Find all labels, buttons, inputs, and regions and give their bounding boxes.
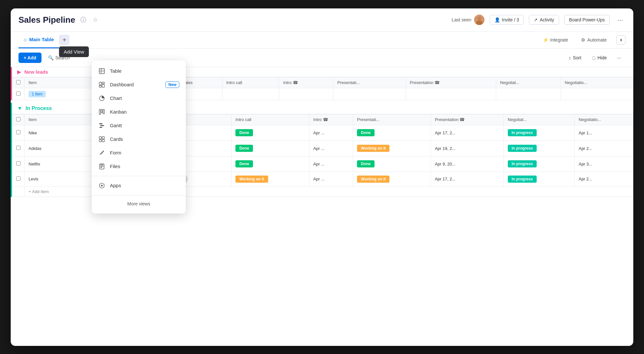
more-toolbar-button[interactable]: ··· bbox=[613, 53, 626, 63]
td-intro-phone-netflix: Apr ... bbox=[309, 156, 353, 172]
td-negotiat-nike: In progress bbox=[504, 125, 575, 140]
menu-item-apps[interactable]: Apps bbox=[92, 179, 186, 192]
board-power-ups-button[interactable]: Board Power-Ups bbox=[564, 15, 610, 25]
td-negotiatio bbox=[561, 88, 633, 100]
menu-item-form[interactable]: Form bbox=[92, 146, 186, 160]
menu-item-dashboard[interactable]: Dashboard New bbox=[92, 78, 186, 92]
td-intro-call-netflix: Done bbox=[232, 156, 309, 172]
table-icon bbox=[98, 67, 105, 75]
cards-label: Cards bbox=[110, 136, 123, 142]
td-negotiatio-netflix: Apr 3... bbox=[575, 156, 633, 172]
td-negotiat-levis: In progress bbox=[504, 172, 575, 186]
status-badge-adidas-2: Working on it bbox=[357, 145, 389, 152]
info-icon[interactable]: ⓘ bbox=[79, 15, 88, 25]
menu-divider bbox=[92, 176, 186, 176]
row-checkbox[interactable] bbox=[16, 92, 20, 96]
td-negotiatio-nike: Apr 1... bbox=[575, 125, 633, 140]
td-checkbox-adidas bbox=[12, 140, 25, 156]
dashboard-label: Dashboard bbox=[110, 82, 134, 87]
sort-button[interactable]: ↕ Sort bbox=[564, 53, 586, 63]
th-checkbox bbox=[12, 77, 25, 88]
svg-point-1 bbox=[477, 17, 481, 20]
menu-item-table[interactable]: Table bbox=[92, 64, 186, 78]
td-intro-phone-adidas: Apr ... bbox=[309, 140, 353, 156]
svg-rect-28 bbox=[100, 125, 104, 126]
files-icon bbox=[98, 163, 105, 170]
kanban-icon bbox=[98, 108, 105, 116]
header: Sales Pipeline ⓘ ☆ Last seen 👤 Invite / … bbox=[11, 8, 633, 32]
td-presentation-phone bbox=[406, 88, 496, 100]
status-badge-netflix: Done bbox=[235, 160, 253, 167]
invite-icon: 👤 bbox=[495, 17, 500, 22]
menu-item-gantt[interactable]: Gantt bbox=[92, 119, 186, 132]
hide-button[interactable]: ◌ Hide bbox=[587, 53, 612, 63]
invite-button[interactable]: 👤 Invite / 3 bbox=[490, 15, 524, 25]
more-views-button[interactable]: More views bbox=[92, 198, 186, 210]
svg-rect-38 bbox=[100, 167, 102, 168]
svg-rect-24 bbox=[99, 109, 101, 115]
item-count-badge: 1 Item bbox=[29, 91, 46, 97]
automate-button[interactable]: ⚙ Automate bbox=[578, 35, 610, 44]
status-badge-2: Done bbox=[357, 129, 375, 136]
menu-item-cards[interactable]: Cards bbox=[92, 132, 186, 146]
td-checkbox-netflix bbox=[12, 156, 25, 172]
add-view-button[interactable]: + bbox=[59, 35, 69, 45]
td-intro-phone-levis: Apr ... bbox=[309, 172, 353, 186]
adidas-checkbox[interactable] bbox=[16, 146, 20, 150]
svg-point-40 bbox=[101, 185, 103, 186]
menu-item-chart[interactable]: Chart bbox=[92, 92, 186, 105]
status-badge-adidas: Done bbox=[235, 145, 253, 152]
gantt-label: Gantt bbox=[110, 123, 122, 128]
dashboard-icon bbox=[98, 81, 105, 88]
gantt-icon bbox=[98, 122, 105, 129]
td-checkbox bbox=[12, 88, 25, 100]
td-presentati-levis: Working on it bbox=[353, 172, 431, 186]
td-negotiat-netflix: In progress bbox=[504, 156, 575, 172]
app-window: Sales Pipeline ⓘ ☆ Last seen 👤 Invite / … bbox=[11, 8, 633, 346]
add-button[interactable]: + Add bbox=[18, 53, 42, 63]
chart-label: Chart bbox=[110, 95, 122, 101]
menu-item-kanban[interactable]: Kanban bbox=[92, 105, 186, 119]
negotiat-badge: In progress bbox=[508, 129, 537, 136]
tab-main-table[interactable]: ⌂ Main Table bbox=[18, 31, 59, 48]
th-negotiatio: Negotiatio... bbox=[561, 77, 633, 88]
svg-rect-19 bbox=[99, 82, 101, 85]
th-intro-call-2: Intro call bbox=[232, 114, 309, 125]
activity-button[interactable]: ↗ Activity bbox=[529, 15, 559, 25]
table-label: Table bbox=[110, 68, 122, 74]
svg-rect-32 bbox=[99, 140, 101, 142]
td-presentation-phone-netflix: Apr 9, 20... bbox=[431, 156, 504, 172]
svg-rect-33 bbox=[102, 140, 104, 142]
td-negotiat bbox=[496, 88, 561, 100]
tabs-left: ⌂ Main Table + Add View bbox=[18, 31, 69, 48]
apps-label: Apps bbox=[110, 183, 121, 188]
status-badge-levis: Working on it bbox=[235, 176, 268, 183]
td-intro-call-nike: Done bbox=[232, 125, 309, 140]
svg-rect-37 bbox=[100, 166, 103, 166]
chevron-right-icon: ▶ bbox=[17, 69, 21, 75]
integrate-button[interactable]: ⚡ Integrate bbox=[540, 35, 571, 44]
td-presentation-phone-levis: Apr 17, 2... bbox=[431, 172, 504, 186]
td-intro-phone-nike: Apr ... bbox=[309, 125, 353, 140]
star-icon[interactable]: ☆ bbox=[91, 15, 99, 25]
collapse-button[interactable]: ∧ bbox=[616, 35, 626, 44]
negotiat-badge-levis: In progress bbox=[508, 176, 537, 183]
svg-rect-15 bbox=[99, 68, 104, 74]
app-title: Sales Pipeline bbox=[18, 15, 75, 25]
td-presentation-phone-adidas: Apr 19, 2... bbox=[431, 140, 504, 156]
svg-rect-25 bbox=[101, 109, 102, 113]
more-options-button[interactable]: ··· bbox=[615, 15, 626, 25]
select-all-checkbox[interactable] bbox=[16, 80, 20, 84]
status-badge-levis-2: Working on it bbox=[357, 176, 389, 183]
menu-item-files[interactable]: Files bbox=[92, 160, 186, 173]
levis-checkbox[interactable] bbox=[16, 177, 20, 181]
nike-checkbox[interactable] bbox=[16, 130, 20, 134]
new-badge: New bbox=[165, 81, 179, 88]
status-badge-netflix-2: Done bbox=[357, 160, 375, 167]
netflix-checkbox[interactable] bbox=[16, 161, 20, 165]
select-all-2[interactable] bbox=[16, 117, 20, 121]
status-badge: Done bbox=[235, 129, 253, 136]
th-negotiatio-2: Negotiatio... bbox=[575, 114, 633, 125]
avatar bbox=[474, 15, 484, 25]
th-intro-call: Intro call bbox=[222, 77, 279, 88]
